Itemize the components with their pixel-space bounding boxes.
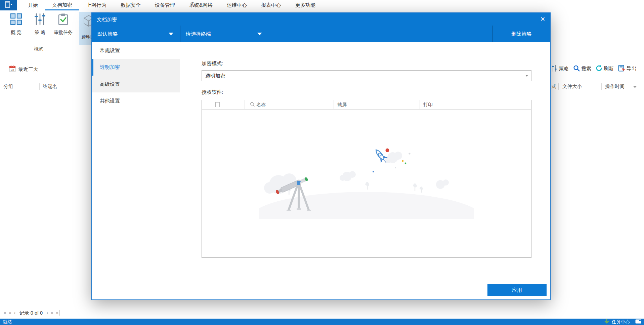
monitor-icon[interactable] <box>635 319 641 325</box>
svg-text:23: 23 <box>11 68 14 72</box>
column-operation-time[interactable]: 操作时间 <box>605 82 625 91</box>
search-tool-label: 搜索 <box>581 66 591 72</box>
dialog-sidebar: 常规设置 透明加密 高级设置 其他设置 <box>92 42 180 299</box>
list-toolbar: 策略 搜索 刷新 <box>552 64 637 73</box>
software-table-header: 名称 截屏 打印 <box>202 100 531 110</box>
column-divider <box>558 83 559 90</box>
select-all-cell <box>202 100 233 109</box>
authorized-software-table: 名称 截屏 打印 <box>202 100 531 258</box>
date-filter-label: 最近三天 <box>18 66 38 73</box>
policy-select-dropdown[interactable]: 默认策略 <box>92 26 180 42</box>
ribbon-separator <box>76 13 76 51</box>
app-menu-icon <box>4 1 13 10</box>
pagination-bar: « « ‹ 记录 0 of 0 › » » <box>3 308 59 318</box>
record-count-label: 记录 0 of 0 <box>19 310 43 316</box>
encryption-mode-value: 透明加密 <box>205 71 225 81</box>
nav-transparent-encryption[interactable]: 透明加密 <box>92 59 180 76</box>
name-column-header[interactable]: 名称 <box>245 100 334 109</box>
screenshot-column-header[interactable]: 截屏 <box>334 100 420 109</box>
search-tool-button[interactable]: 搜索 <box>573 65 591 73</box>
tab-web-behavior[interactable]: 上网行为 <box>79 0 114 10</box>
download-arrow-icon <box>604 319 609 325</box>
sliders-small-icon <box>552 65 557 73</box>
encryption-mode-select[interactable]: 透明加密 <box>202 70 531 81</box>
refresh-tool-label: 刷新 <box>604 66 614 72</box>
empty-state-illustration <box>259 141 474 220</box>
screen: 开始 文档加密 上网行为 数据安全 设备管理 系统&网络 运维中心 报表中心 更… <box>0 0 644 325</box>
export-tool-button[interactable]: 导出 <box>618 65 637 73</box>
select-all-checkbox[interactable] <box>215 102 220 107</box>
chevron-down-icon <box>257 33 262 35</box>
tab-system-network[interactable]: 系统&网络 <box>182 0 220 10</box>
tab-start[interactable]: 开始 <box>21 0 45 10</box>
tab-device-management[interactable]: 设备管理 <box>148 0 182 10</box>
task-center-link[interactable]: 任务中心 <box>612 319 630 325</box>
ribbon-tabs: 开始 文档加密 上网行为 数据安全 设备管理 系统&网络 运维中心 报表中心 更… <box>21 0 323 10</box>
column-file-size[interactable]: 文件大小 <box>562 82 582 91</box>
date-filter[interactable]: 23 最近三天 <box>9 65 38 73</box>
policy-select-value: 默认策略 <box>97 26 118 42</box>
column-divider <box>39 83 40 90</box>
document-encryption-dialog: 文档加密 ✕ 默认策略 请选择终端 删除策略 常规设置 透明加密 高级设置 <box>91 12 551 300</box>
close-icon[interactable]: ✕ <box>540 13 545 26</box>
fast-prev-page-icon[interactable]: « <box>9 310 11 316</box>
terminal-select-dropdown[interactable]: 请选择终端 <box>180 26 269 42</box>
approval-tasks-button[interactable]: 审批任务 <box>51 12 75 45</box>
calendar-icon: 23 <box>9 65 16 73</box>
tab-data-security[interactable]: 数据安全 <box>114 0 148 10</box>
spacer-cell <box>233 100 245 109</box>
policy-button-label: 策 略 <box>35 30 45 35</box>
terminal-select-value: 请选择终端 <box>186 26 211 42</box>
delete-policy-button[interactable]: 删除策略 <box>493 26 550 42</box>
dialog-body: 常规设置 透明加密 高级设置 其他设置 加密模式: 透明加密 授权软件: <box>92 42 550 299</box>
dialog-toolbar: 默认策略 请选择终端 删除策略 <box>92 26 550 42</box>
ribbon-tabbar: 开始 文档加密 上网行为 数据安全 设备管理 系统&网络 运维中心 报表中心 更… <box>0 0 644 10</box>
last-page-icon[interactable]: » <box>56 310 59 316</box>
column-terminal-name[interactable]: 终端名 <box>43 82 57 91</box>
next-page-icon[interactable]: › <box>47 310 48 316</box>
dialog-titlebar: 文档加密 ✕ <box>92 13 550 26</box>
tab-document-encryption[interactable]: 文档加密 <box>45 0 79 10</box>
search-small-icon <box>250 102 255 108</box>
policy-button[interactable]: 策 略 <box>30 12 50 45</box>
column-divider <box>601 83 602 90</box>
policy-tool-label: 策略 <box>559 66 569 72</box>
software-table-empty-body <box>202 110 531 258</box>
sliders-icon <box>30 13 50 27</box>
dialog-content: 加密模式: 透明加密 授权软件: <box>180 42 550 299</box>
nav-advanced-settings[interactable]: 高级设置 <box>92 76 180 92</box>
toolbar-spacer <box>269 26 492 42</box>
column-menu-caret-icon[interactable] <box>633 86 637 88</box>
first-page-icon[interactable]: « <box>3 310 6 316</box>
app-menu-button[interactable] <box>0 0 17 10</box>
print-column-header[interactable]: 打印 <box>420 100 531 109</box>
column-group[interactable]: 分组 <box>3 82 13 91</box>
approval-tasks-button-label: 审批任务 <box>54 30 73 35</box>
nav-general-settings[interactable]: 常规设置 <box>92 42 180 59</box>
tab-report-center[interactable]: 报表中心 <box>254 0 288 10</box>
apply-button[interactable]: 应用 <box>487 284 547 296</box>
export-pdf-icon <box>618 65 625 73</box>
policy-tool-button[interactable]: 策略 <box>552 65 569 73</box>
chevron-down-icon <box>169 33 173 35</box>
export-tool-label: 导出 <box>627 66 637 72</box>
fast-next-page-icon[interactable]: » <box>51 310 53 316</box>
refresh-tool-button[interactable]: 刷新 <box>596 65 614 73</box>
grid-icon <box>3 13 29 27</box>
prev-page-icon[interactable]: ‹ <box>14 310 15 316</box>
nav-other-settings[interactable]: 其他设置 <box>92 92 180 109</box>
search-icon <box>573 65 580 73</box>
tab-more-features[interactable]: 更多功能 <box>288 0 323 10</box>
overview-button[interactable]: 概 览 <box>3 12 29 45</box>
overview-button-label: 概 览 <box>11 30 22 35</box>
authorized-software-label: 授权软件: <box>202 89 223 95</box>
status-ready-label: 就绪 <box>3 319 12 325</box>
name-column-label: 名称 <box>256 102 266 108</box>
column-partial[interactable]: 式 <box>551 82 556 91</box>
encryption-mode-label: 加密模式: <box>202 60 223 67</box>
ribbon-group-label: 概览 <box>20 46 57 52</box>
footer-divider <box>180 281 550 281</box>
clipboard-check-icon <box>51 13 75 27</box>
tab-ops-center[interactable]: 运维中心 <box>220 0 254 10</box>
status-bar: 就绪 任务中心 <box>0 319 644 325</box>
